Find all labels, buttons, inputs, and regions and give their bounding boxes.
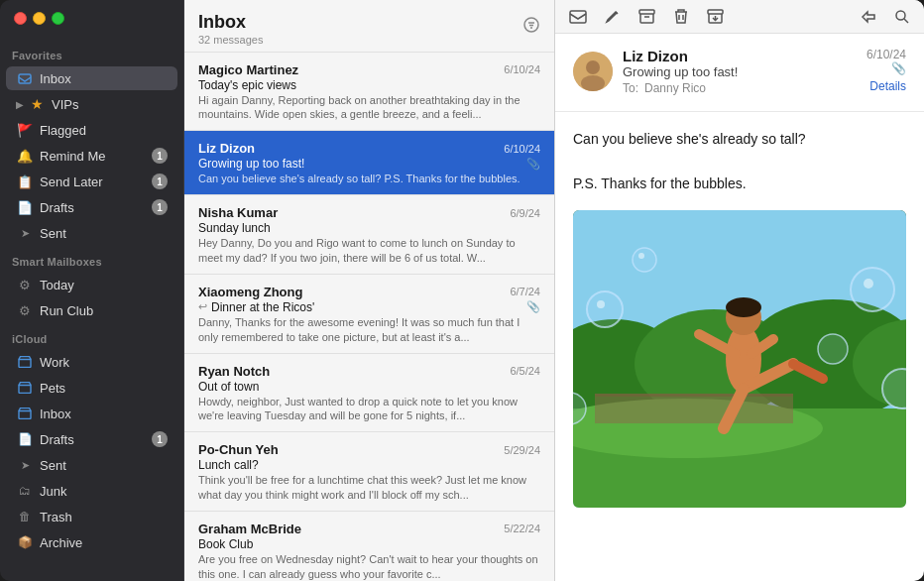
sidebar-item-drafts[interactable]: 📄 Drafts 1 bbox=[6, 195, 177, 219]
filter-icon[interactable] bbox=[522, 16, 540, 38]
compose-button[interactable] bbox=[605, 9, 621, 25]
icloud-inbox-icon bbox=[16, 405, 34, 422]
sidebar-item-icloud-sent[interactable]: ➤ Sent bbox=[6, 453, 177, 477]
svg-rect-3 bbox=[639, 10, 654, 14]
run-club-icon: ⚙ bbox=[16, 301, 34, 319]
mail-item[interactable]: Po-Chun Yeh 5/29/24 Lunch call? Think yo… bbox=[184, 432, 554, 512]
sidebar-item-inbox[interactable]: Inbox bbox=[6, 66, 177, 90]
reading-header: Liz Dizon Growing up too fast! To: Danny… bbox=[555, 34, 924, 112]
favorites-section-label: Favorites bbox=[0, 40, 183, 65]
svg-point-39 bbox=[864, 279, 873, 289]
new-email-button[interactable] bbox=[569, 9, 587, 25]
minimize-button[interactable] bbox=[33, 12, 46, 25]
sidebar-item-trash[interactable]: 🗑 Trash bbox=[6, 505, 177, 528]
sidebar-item-flagged[interactable]: 🚩 Flagged bbox=[6, 118, 177, 142]
mail-date: 6/7/24 bbox=[510, 286, 540, 297]
search-button[interactable] bbox=[894, 9, 910, 25]
icloud-sent-label: Sent bbox=[40, 458, 168, 473]
svg-point-5 bbox=[896, 11, 905, 20]
work-icon bbox=[16, 353, 34, 371]
mail-list-items: Magico Martinez 6/10/24 Today's epic vie… bbox=[184, 53, 554, 581]
sidebar-item-junk[interactable]: 🗂 Junk bbox=[6, 479, 177, 503]
reading-image-content bbox=[573, 210, 906, 508]
reading-date: 6/10/24 bbox=[866, 48, 906, 61]
pets-icon bbox=[16, 379, 34, 397]
send-later-icon: 📋 bbox=[16, 173, 34, 190]
sidebar-item-work[interactable]: Work bbox=[6, 350, 177, 374]
sidebar-item-icloud-drafts[interactable]: 📄 Drafts 1 bbox=[6, 427, 177, 451]
icloud-sent-icon: ➤ bbox=[16, 456, 34, 474]
sidebar-item-vips[interactable]: ▶ ★ VIPs bbox=[6, 92, 177, 116]
svg-rect-4 bbox=[708, 10, 723, 14]
trash-button[interactable] bbox=[673, 8, 689, 25]
mailbox-subtitle: 32 messages bbox=[198, 34, 263, 46]
mail-preview: Can you believe she's already so tall? P… bbox=[198, 172, 540, 186]
svg-point-38 bbox=[597, 300, 605, 308]
archive-icon: 📦 bbox=[16, 533, 34, 551]
mail-subject: Lunch call? bbox=[198, 458, 540, 472]
sidebar-item-today[interactable]: ⚙ Today bbox=[6, 273, 177, 296]
mail-subject: Out of town bbox=[198, 380, 540, 394]
send-later-badge: 1 bbox=[152, 174, 168, 189]
sidebar-item-remind-me[interactable]: 🔔 Remind Me 1 bbox=[6, 144, 177, 168]
sent-icon: ➤ bbox=[16, 224, 34, 242]
attachment-icon: 📎 bbox=[526, 158, 540, 171]
reading-toolbar bbox=[555, 0, 924, 34]
sidebar-item-run-club[interactable]: ⚙ Run Club bbox=[6, 298, 177, 322]
smart-mailboxes-section-label: Smart Mailboxes bbox=[0, 246, 183, 272]
svg-point-31 bbox=[633, 248, 656, 272]
details-link[interactable]: Details bbox=[869, 79, 906, 93]
sidebar-item-pets[interactable]: Pets bbox=[6, 376, 177, 400]
mail-preview: Are you free on Wednesday night? Can't w… bbox=[198, 552, 540, 581]
flagged-label: Flagged bbox=[40, 123, 168, 138]
mail-subject: Sunday lunch bbox=[198, 221, 540, 235]
svg-point-40 bbox=[638, 253, 644, 259]
mail-date: 6/10/24 bbox=[504, 143, 540, 155]
remind-me-icon: 🔔 bbox=[16, 147, 34, 165]
body-line1: Can you believe she's already so tall? bbox=[573, 128, 906, 150]
send-later-label: Send Later bbox=[40, 174, 152, 189]
sidebar: Favorites Inbox ▶ ★ VIPs 🚩 Flagged 🔔 Rem… bbox=[0, 0, 184, 581]
mail-preview: Howdy, neighbor, Just wanted to drop a q… bbox=[198, 395, 540, 424]
svg-rect-2 bbox=[570, 11, 586, 23]
sidebar-item-sent[interactable]: ➤ Sent bbox=[6, 221, 177, 245]
archive-label: Archive bbox=[40, 535, 168, 550]
svg-point-29 bbox=[851, 268, 894, 311]
mail-item[interactable]: Xiaomeng Zhong 6/7/24 ↩ Dinner at the Ri… bbox=[184, 275, 554, 354]
sidebar-item-archive[interactable]: 📦 Archive bbox=[6, 530, 177, 554]
mail-sender: Xiaomeng Zhong bbox=[198, 285, 302, 299]
sidebar-item-send-later[interactable]: 📋 Send Later 1 bbox=[6, 170, 177, 193]
to-label: To: bbox=[623, 81, 638, 95]
svg-point-33 bbox=[818, 334, 848, 364]
svg-point-8 bbox=[581, 75, 605, 91]
more-button[interactable] bbox=[861, 9, 876, 25]
mail-sender: Ryan Notch bbox=[198, 364, 270, 379]
drafts-label: Drafts bbox=[40, 200, 152, 215]
svg-rect-16 bbox=[595, 394, 793, 423]
mail-item[interactable]: Nisha Kumar 6/9/24 Sunday lunch Hey Dann… bbox=[184, 195, 554, 275]
sidebar-item-icloud-inbox[interactable]: Inbox bbox=[6, 402, 177, 425]
move-button[interactable] bbox=[707, 9, 724, 25]
mail-item[interactable]: Liz Dizon 6/10/24 Growing up too fast! 📎… bbox=[184, 131, 554, 195]
mail-date: 5/29/24 bbox=[504, 444, 540, 456]
svg-point-7 bbox=[586, 60, 600, 74]
reading-body: Can you believe she's already so tall? P… bbox=[555, 112, 924, 210]
icloud-inbox-label: Inbox bbox=[40, 407, 168, 421]
vips-icon: ★ bbox=[28, 95, 46, 113]
mail-item[interactable]: Graham McBride 5/22/24 Book Club Are you… bbox=[184, 512, 554, 581]
mail-preview: Think you'll be free for a lunchtime cha… bbox=[198, 473, 540, 503]
svg-point-27 bbox=[587, 291, 623, 327]
close-button[interactable] bbox=[14, 12, 27, 25]
archive-button[interactable] bbox=[638, 9, 655, 25]
inbox-label: Inbox bbox=[40, 71, 168, 86]
mail-date: 6/10/24 bbox=[504, 63, 540, 75]
mail-list: Inbox 32 messages Magico Martinez 6/10/2… bbox=[184, 0, 555, 581]
reading-sender-name: Liz Dizon bbox=[623, 48, 866, 64]
mail-item[interactable]: Ryan Notch 6/5/24 Out of town Howdy, nei… bbox=[184, 354, 554, 433]
mail-list-header: Inbox 32 messages bbox=[184, 0, 554, 53]
mail-subject: Today's epic views bbox=[198, 78, 540, 92]
inbox-icon bbox=[16, 69, 34, 87]
maximize-button[interactable] bbox=[52, 12, 64, 25]
junk-icon: 🗂 bbox=[16, 482, 34, 500]
mail-item[interactable]: Magico Martinez 6/10/24 Today's epic vie… bbox=[184, 53, 554, 132]
